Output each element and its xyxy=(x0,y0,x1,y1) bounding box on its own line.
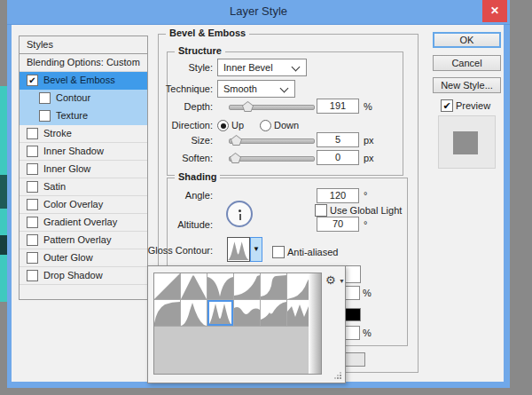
style-value: Inner Bevel xyxy=(223,62,273,73)
new-style-button[interactable]: New Style... xyxy=(433,77,501,93)
contour-thumb-half-round[interactable] xyxy=(154,300,180,326)
ok-button[interactable]: OK xyxy=(433,32,501,48)
direction-up-radio[interactable] xyxy=(217,120,229,131)
canvas-detail xyxy=(0,235,7,255)
angle-input[interactable]: 120 xyxy=(317,188,359,203)
soften-slider[interactable] xyxy=(229,156,315,162)
technique-dropdown[interactable]: Smooth xyxy=(217,80,295,98)
sidebar-item-inner-glow[interactable]: Inner Glow xyxy=(20,161,147,178)
inner-shadow-checkbox[interactable] xyxy=(27,146,38,157)
contour-checkbox[interactable] xyxy=(39,92,51,104)
contour-picker-scroll-area[interactable] xyxy=(153,273,322,375)
screenshot-root: Layer Style ✕ Styles Blending Options: C… xyxy=(0,0,532,395)
texture-checkbox[interactable] xyxy=(39,110,51,122)
depth-input[interactable]: 191 xyxy=(317,99,359,114)
styles-sidebar: Styles Blending Options: Custom ✔ Bevel … xyxy=(19,36,148,300)
contour-thumb-linear[interactable] xyxy=(154,273,180,299)
dialog-titlebar[interactable]: Layer Style ✕ xyxy=(7,0,510,25)
shadow-opacity-unit: % xyxy=(363,328,372,338)
size-input[interactable]: 5 xyxy=(317,132,359,147)
style-dropdown[interactable]: Inner Bevel xyxy=(217,59,307,76)
direction-down-radio[interactable] xyxy=(260,120,271,131)
depth-slider[interactable] xyxy=(229,105,315,110)
contour-grid xyxy=(154,273,313,327)
highlight-opacity-unit: % xyxy=(363,288,372,298)
style-label: Style: xyxy=(100,62,213,73)
sidebar-item-drop-shadow[interactable]: Drop Shadow xyxy=(20,267,147,285)
color-overlay-checkbox[interactable] xyxy=(27,199,38,210)
direction-down-label: Down xyxy=(274,120,299,130)
contour-thumb-rolling-slope[interactable] xyxy=(261,300,286,326)
technique-value: Smooth xyxy=(223,83,257,94)
gloss-contour-swatch[interactable] xyxy=(227,237,250,262)
direction-up-label: Up xyxy=(231,120,244,130)
pattern-overlay-checkbox[interactable] xyxy=(27,234,38,246)
canvas-detail xyxy=(0,175,7,209)
size-unit: px xyxy=(364,135,374,146)
angle-dial[interactable] xyxy=(226,201,253,227)
panel-title: Bevel & Emboss xyxy=(166,28,249,38)
close-icon: ✕ xyxy=(490,4,499,17)
gradient-overlay-checkbox[interactable] xyxy=(27,217,38,228)
size-slider[interactable] xyxy=(229,138,315,144)
gear-icon[interactable]: ⚙ xyxy=(325,273,336,287)
structure-legend: Structure xyxy=(175,45,225,56)
resize-grip[interactable] xyxy=(334,372,341,379)
close-button[interactable]: ✕ xyxy=(482,0,507,22)
shading-legend: Shading xyxy=(175,171,220,182)
satin-checkbox[interactable] xyxy=(27,181,38,193)
gloss-contour-label: Gloss Contour: xyxy=(100,245,213,256)
preview-label: Preview xyxy=(456,100,490,111)
outer-glow-checkbox[interactable] xyxy=(27,252,38,264)
chevron-down-icon xyxy=(292,63,301,72)
cancel-button[interactable]: Cancel xyxy=(433,55,501,71)
soften-unit: px xyxy=(364,153,374,163)
preview-swatch xyxy=(438,115,496,169)
background-canvas-strip xyxy=(0,86,7,302)
contour-thumb-cone-sharp[interactable] xyxy=(181,300,207,326)
sidebar-item-label: Color Overlay xyxy=(43,196,103,213)
ring-contour-icon xyxy=(228,238,249,261)
sidebar-item-label: Inner Shadow xyxy=(43,143,104,160)
gear-menu-caret-icon[interactable]: ▼ xyxy=(339,278,345,284)
sidebar-item-label: Stroke xyxy=(43,125,72,142)
contour-thumb-cove-shallow[interactable] xyxy=(261,273,286,299)
soften-label: Soften: xyxy=(100,153,213,163)
inner-glow-checkbox[interactable] xyxy=(27,163,38,175)
scroll-fade xyxy=(309,273,321,374)
size-label: Size: xyxy=(100,135,213,146)
dialog-title: Layer Style xyxy=(230,4,287,18)
contour-thumb-ring-double[interactable] xyxy=(234,300,260,326)
direction-label: Direction: xyxy=(100,120,213,130)
angle-label: Angle: xyxy=(100,190,213,201)
sidebar-item-label: Inner Glow xyxy=(43,161,90,178)
preview-swatch-inner xyxy=(453,131,478,154)
depth-label: Depth: xyxy=(100,101,213,112)
gloss-contour-dropdown-button[interactable]: ▼ xyxy=(250,237,262,262)
contour-thumb-cone-inverted[interactable] xyxy=(207,273,233,299)
altitude-degree: ° xyxy=(364,219,367,230)
sidebar-header: Styles xyxy=(20,36,147,54)
sidebar-item-label: Drop Shadow xyxy=(43,267,103,284)
soften-input[interactable]: 0 xyxy=(317,150,359,165)
drop-shadow-checkbox[interactable] xyxy=(27,270,38,281)
angle-dial-ray xyxy=(239,214,241,220)
chevron-down-icon xyxy=(280,84,289,93)
bevel-emboss-checkbox[interactable]: ✔ xyxy=(27,75,38,86)
stroke-checkbox[interactable] xyxy=(27,128,38,139)
angle-degree: ° xyxy=(364,190,367,201)
altitude-input[interactable]: 70 xyxy=(317,217,359,232)
contour-picker-popup: ⚙ ▼ xyxy=(147,265,346,383)
contour-thumb-cove-deep[interactable] xyxy=(234,273,260,299)
contour-thumb-ring[interactable] xyxy=(207,300,233,326)
use-global-light-checkbox[interactable] xyxy=(315,204,327,217)
technique-label: Technique: xyxy=(100,83,213,94)
anti-aliased-label: Anti-aliased xyxy=(287,247,338,257)
sidebar-item-label: Texture xyxy=(56,107,88,124)
depth-unit: % xyxy=(364,101,372,112)
altitude-label: Altitude: xyxy=(100,219,213,230)
anti-aliased-checkbox[interactable] xyxy=(272,246,285,258)
preview-checkbox[interactable]: ✔ xyxy=(441,99,453,112)
angle-dial-marker xyxy=(239,209,241,212)
contour-thumb-cone[interactable] xyxy=(181,273,207,299)
